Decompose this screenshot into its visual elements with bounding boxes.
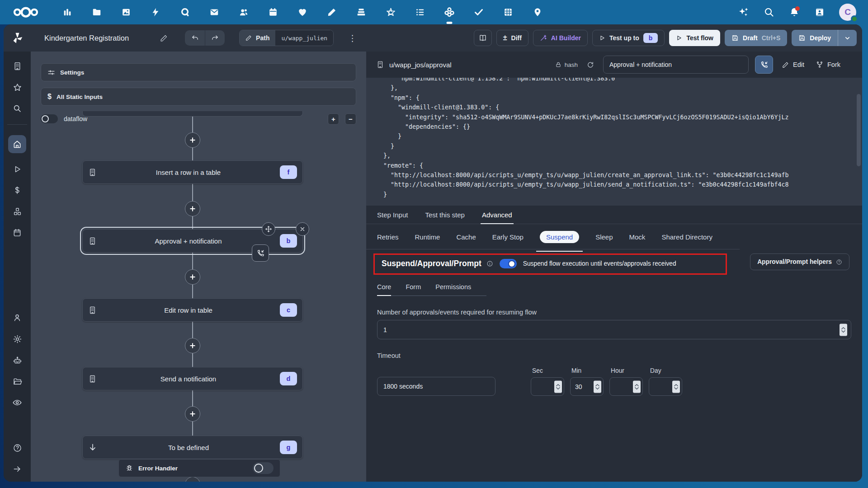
schedules-calendar-icon[interactable] — [12, 227, 23, 238]
search-icon[interactable] — [763, 6, 775, 18]
docs-book-icon[interactable] — [474, 30, 492, 46]
flow-node-insert-row[interactable]: Insert a row in a table f — [82, 160, 303, 184]
runs-play-icon[interactable] — [12, 164, 23, 174]
tab-step-input[interactable]: Step Input — [377, 206, 408, 224]
error-handler-toggle[interactable] — [253, 462, 274, 474]
subtab-mock[interactable]: Mock — [629, 233, 646, 241]
dashboard-icon[interactable] — [60, 5, 75, 20]
insert-step-plus-icon[interactable] — [185, 269, 200, 285]
timeout-seconds-input[interactable] — [377, 377, 495, 396]
flow-node-to-be-defined[interactable]: To be defined g — [82, 436, 303, 459]
contacts-menu-icon[interactable] — [814, 6, 826, 18]
variables-dollar-icon[interactable] — [12, 185, 23, 196]
tab-form[interactable]: Form — [406, 283, 421, 296]
draft-button[interactable]: DraftCtrl+S — [725, 30, 787, 46]
deck-icon[interactable] — [354, 5, 369, 20]
ai-builder-button[interactable]: AI Builder — [533, 30, 588, 46]
home-nav-active[interactable] — [8, 135, 26, 153]
undo-button[interactable] — [185, 30, 205, 46]
zoom-out-button[interactable]: − — [345, 113, 356, 125]
static-inputs-bar[interactable]: $ All Static Inputs — [41, 88, 356, 106]
help-icon[interactable] — [12, 442, 23, 453]
suspend-phone-incoming-icon[interactable] — [252, 244, 269, 262]
checks-icon[interactable] — [471, 5, 486, 20]
resources-cubes-icon[interactable] — [12, 206, 23, 217]
mail-icon[interactable] — [207, 5, 222, 20]
subtab-shared-directory[interactable]: Shared Directory — [661, 233, 712, 241]
number-stepper[interactable] — [633, 380, 641, 393]
search-icon[interactable] — [12, 103, 23, 114]
suspend-phone-incoming-button[interactable] — [755, 56, 773, 74]
collectives-icon[interactable] — [383, 5, 398, 20]
insert-step-plus-icon[interactable] — [185, 477, 200, 482]
insert-step-plus-icon[interactable] — [185, 132, 200, 148]
flow-graph-canvas[interactable]: dataflow + − Insert a row in a table f A… — [31, 52, 366, 482]
flow-node-send-notification[interactable]: Send a notification d — [82, 367, 303, 390]
delete-node-close-icon[interactable] — [296, 222, 309, 236]
notifications-bell-icon[interactable] — [788, 6, 800, 18]
windmill-logo-icon[interactable] — [10, 31, 24, 45]
subtab-sleep[interactable]: Sleep — [595, 233, 613, 241]
health-icon[interactable] — [295, 5, 310, 20]
deploy-button[interactable]: Deploy — [792, 30, 838, 46]
tab-permissions[interactable]: Permissions — [435, 283, 471, 296]
tasks-icon[interactable] — [412, 5, 428, 20]
number-stepper[interactable] — [554, 380, 562, 393]
maps-icon[interactable] — [530, 5, 545, 20]
folders-icon[interactable] — [12, 376, 23, 387]
workflow-app-icon[interactable] — [442, 5, 457, 20]
files-icon[interactable] — [89, 5, 104, 20]
suspend-toggle-on[interactable] — [500, 259, 517, 268]
move-node-handle-icon[interactable] — [262, 222, 275, 236]
notes-icon[interactable] — [324, 5, 340, 20]
dataflow-toggle[interactable] — [41, 114, 58, 123]
subtab-suspend[interactable]: Suspend — [540, 231, 579, 243]
tab-advanced[interactable]: Advanced — [482, 206, 512, 224]
audit-eye-icon[interactable] — [12, 397, 23, 408]
edit-script-button[interactable]: Edit — [779, 61, 807, 69]
tables-icon[interactable] — [500, 5, 516, 20]
info-icon[interactable] — [486, 260, 493, 267]
insert-step-plus-icon[interactable] — [185, 406, 200, 422]
refresh-icon[interactable] — [584, 58, 597, 71]
approval-prompt-helpers-button[interactable]: Approval/Prompt helpers — [750, 253, 849, 270]
number-stepper[interactable] — [672, 380, 680, 393]
activity-icon[interactable] — [148, 5, 163, 20]
edit-title-pencil-icon[interactable] — [157, 31, 170, 45]
fork-script-button[interactable]: Fork — [813, 61, 843, 69]
nextcloud-logo-icon[interactable] — [12, 5, 40, 19]
subtab-early-stop[interactable]: Early Stop — [492, 233, 524, 241]
deploy-dropdown-chevron-icon[interactable] — [838, 30, 857, 46]
code-scrollbar[interactable] — [857, 94, 861, 166]
favorites-star-icon[interactable] — [12, 82, 23, 93]
user-avatar[interactable]: C — [839, 4, 856, 21]
workers-robot-icon[interactable] — [12, 355, 23, 366]
insert-step-plus-icon[interactable] — [185, 201, 200, 216]
apps-building-icon[interactable] — [12, 61, 23, 71]
hash-lock-button[interactable]: hash — [555, 61, 578, 68]
step-name-input[interactable] — [603, 56, 749, 74]
more-options-kebab-icon[interactable]: ⋮ — [345, 33, 359, 43]
photos-icon[interactable] — [118, 5, 134, 20]
diff-button[interactable]: ±Diff — [496, 30, 528, 46]
calendar-icon[interactable] — [265, 5, 281, 20]
error-handler-bar[interactable]: Error Handler — [118, 459, 280, 477]
insert-step-plus-icon[interactable] — [185, 338, 200, 353]
flow-node-edit-row[interactable]: Edit row in table c — [82, 298, 303, 322]
number-stepper[interactable] — [840, 324, 847, 336]
tab-core[interactable]: Core — [377, 283, 391, 296]
subtab-cache[interactable]: Cache — [456, 233, 476, 241]
zoom-in-button[interactable]: + — [328, 113, 339, 125]
subtab-runtime[interactable]: Runtime — [415, 233, 440, 241]
collapse-arrow-icon[interactable] — [12, 464, 23, 474]
number-stepper[interactable] — [594, 380, 601, 393]
settings-bar[interactable]: Settings — [41, 63, 356, 81]
test-flow-button[interactable]: Test flow — [669, 30, 720, 46]
talk-icon[interactable] — [177, 5, 193, 20]
path-widget[interactable]: Path u/wapp_julien — [239, 30, 334, 46]
tab-test-this-step[interactable]: Test this step — [425, 206, 465, 224]
flow-node-approval-selected[interactable]: Approval + notification b — [82, 229, 303, 253]
settings-gear-icon[interactable] — [12, 333, 23, 344]
test-up-to-button[interactable]: Test up tob — [592, 30, 665, 46]
approvals-required-input[interactable] — [377, 320, 851, 339]
